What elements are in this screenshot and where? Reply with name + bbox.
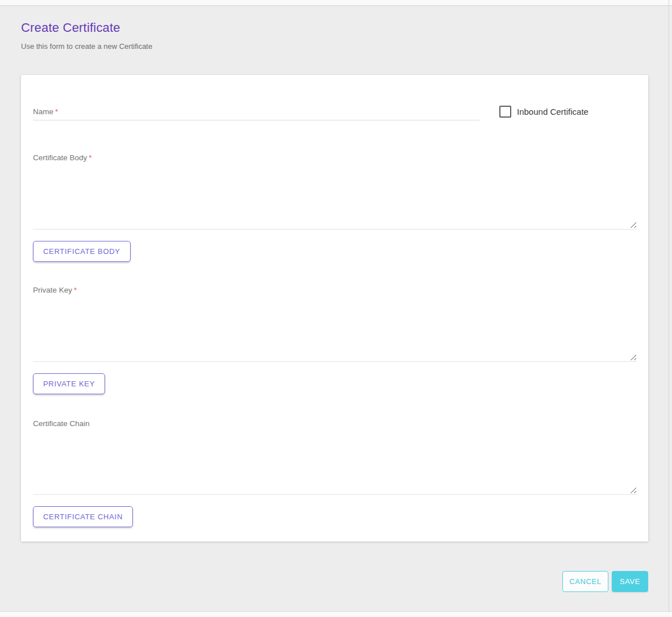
save-button[interactable]: SAVE <box>612 571 648 592</box>
private-key-upload-button[interactable]: PRIVATE KEY <box>33 373 105 394</box>
certificate-chain-textarea[interactable] <box>33 426 637 495</box>
name-input[interactable] <box>33 103 480 120</box>
cancel-button[interactable]: CANCEL <box>562 571 608 592</box>
certificate-body-textarea[interactable] <box>33 160 637 230</box>
bottom-bar <box>0 612 672 617</box>
private-key-textarea-wrap <box>33 293 637 362</box>
footer-actions: CANCEL SAVE <box>0 571 648 592</box>
inbound-certificate-checkbox[interactable] <box>499 106 511 118</box>
right-edge-divider <box>669 0 669 617</box>
certificate-body-upload-button[interactable]: CERTIFICATE BODY <box>33 241 131 262</box>
certificate-chain-textarea-wrap <box>33 426 637 495</box>
private-key-textarea[interactable] <box>33 293 637 362</box>
certificate-chain-upload-button[interactable]: CERTIFICATE CHAIN <box>33 506 133 527</box>
inbound-certificate-checkbox-row[interactable]: Inbound Certificate <box>499 105 588 118</box>
inbound-certificate-label: Inbound Certificate <box>517 107 588 116</box>
certificate-body-textarea-wrap <box>33 160 637 230</box>
create-certificate-form-card: Name* Inbound Certificate Certificate Bo… <box>21 75 648 541</box>
page-title: Create Certificate <box>21 20 120 35</box>
top-bar <box>0 0 672 5</box>
page-subtitle: Use this form to create a new Certificat… <box>21 42 152 51</box>
